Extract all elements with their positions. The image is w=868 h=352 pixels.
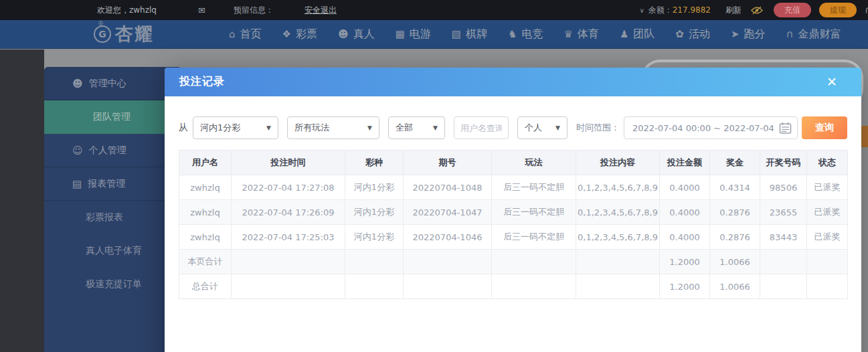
table-cell: zwhzlq bbox=[179, 200, 232, 225]
nav-label: 活动 bbox=[689, 27, 710, 41]
nav-label: 彩票 bbox=[296, 27, 317, 41]
nav-label: 体育 bbox=[578, 27, 599, 41]
car-icon: ➤ bbox=[731, 28, 740, 40]
sidebar-item-lottery-report[interactable]: 彩票报表 bbox=[44, 201, 179, 234]
nav-item-jinding-wealth[interactable]: ∩金鼎财富 bbox=[786, 27, 841, 41]
nav-item-team[interactable]: ♟团队 bbox=[620, 27, 655, 41]
support-headset-icon[interactable]: ∩ bbox=[865, 4, 868, 16]
table-row: zwhzlq 2022-07-04 17:26:09 河内1分彩 2022070… bbox=[179, 200, 848, 225]
top-bar: 欢迎您，zwhzlq ✉ 预留信息： 安全退出 ∨ 余额： 217.9882 刷… bbox=[0, 0, 868, 20]
refresh-link[interactable]: 刷新 bbox=[725, 5, 742, 16]
brand-name: 杏耀 bbox=[115, 22, 154, 46]
withdraw-button[interactable]: 提现 bbox=[819, 3, 857, 17]
person-select[interactable]: 个人▼ bbox=[517, 116, 568, 139]
sidebar-item-label: 极速充提订单 bbox=[86, 278, 142, 290]
floating-tab-fragment[interactable] bbox=[861, 126, 868, 147]
mail-icon[interactable]: ✉ bbox=[198, 5, 205, 15]
sidebar-item-personal-management[interactable]: ☺个人管理 bbox=[44, 134, 179, 167]
nav-label: 电游 bbox=[410, 27, 431, 41]
select-value: 全部 bbox=[396, 122, 413, 134]
table-cell: 1.0066 bbox=[710, 274, 760, 299]
sidebar-item-management-center[interactable]: ☻管理中心 bbox=[44, 67, 179, 100]
status-cell: 已派奖 bbox=[807, 200, 848, 225]
table-cell: 河内1分彩 bbox=[345, 225, 404, 250]
logout-link[interactable]: 安全退出 bbox=[305, 5, 337, 16]
trophy-icon: ♛ bbox=[563, 28, 572, 40]
time-range-input[interactable] bbox=[632, 123, 775, 133]
table-header-row: 用户名 投注时间 彩种 期号 玩法 投注内容 投注金额 奖金 开奖号码 状态 bbox=[179, 151, 848, 175]
table-cell bbox=[492, 274, 576, 299]
col-header-play: 玩法 bbox=[492, 151, 576, 175]
brand-logo[interactable]: ♔G 杏耀 bbox=[94, 22, 154, 46]
nav-item-sports[interactable]: ♛体育 bbox=[563, 27, 598, 41]
sidebar-item-live-electronic-sports[interactable]: 真人电子体育 bbox=[44, 234, 179, 268]
balance-label: 余额： bbox=[648, 5, 673, 16]
sidebar-item-label: 团队管理 bbox=[93, 111, 131, 123]
table-cell: 20220704-1046 bbox=[404, 225, 492, 250]
gamepad-icon: ♞ bbox=[508, 28, 517, 40]
chevron-down-icon[interactable]: ∨ bbox=[639, 7, 644, 14]
page-root: 欢迎您，zwhzlq ✉ 预留信息： 安全退出 ∨ 余额： 217.9882 刷… bbox=[0, 0, 868, 352]
table-cell bbox=[760, 250, 807, 274]
table-cell: 23655 bbox=[760, 200, 807, 225]
sidebar-item-label: 真人电子体育 bbox=[86, 245, 142, 257]
from-label: 从 bbox=[179, 122, 188, 134]
home-icon: ⌂ bbox=[229, 28, 236, 40]
nav-item-paofen[interactable]: ➤跑分 bbox=[731, 27, 766, 41]
table-cell: 83443 bbox=[760, 225, 807, 250]
col-header-prize: 奖金 bbox=[710, 151, 760, 175]
play-type-select[interactable]: 所有玩法▼ bbox=[287, 116, 379, 139]
eye-slash-icon[interactable] bbox=[751, 6, 763, 15]
nav-item-esports[interactable]: ♞电竞 bbox=[508, 27, 543, 41]
calendar-icon[interactable] bbox=[779, 122, 792, 135]
table-cell: 后三一码不定胆 bbox=[492, 225, 576, 250]
select-arrow-icon: ▼ bbox=[426, 124, 438, 131]
nav-label: 棋牌 bbox=[466, 27, 487, 41]
document-icon: ▤ bbox=[72, 178, 82, 190]
nav-item-egames[interactable]: ▦电游 bbox=[396, 27, 431, 41]
person-icon: ☻ bbox=[338, 28, 349, 40]
table-cell bbox=[232, 250, 345, 274]
sidebar-item-fast-deposit-withdraw-orders[interactable]: 极速充提订单 bbox=[44, 268, 179, 301]
table-cell bbox=[404, 250, 492, 274]
table-cell: 0,1,2,3,4,5,6,7,8,9 bbox=[576, 225, 660, 250]
nav-item-lottery[interactable]: ❖彩票 bbox=[282, 27, 317, 41]
nav-item-home[interactable]: ⌂首页 bbox=[229, 27, 262, 41]
table-cell: 河内1分彩 bbox=[345, 200, 404, 225]
nav-label: 真人 bbox=[353, 27, 375, 41]
table-cell: 98506 bbox=[760, 175, 807, 200]
nav-item-boardgames[interactable]: ▧棋牌 bbox=[452, 27, 487, 41]
search-button[interactable]: 查询 bbox=[802, 116, 847, 139]
lottery-select[interactable]: 河内1分彩▼ bbox=[193, 116, 278, 139]
table-cell bbox=[760, 274, 807, 299]
scope-select[interactable]: 全部▼ bbox=[388, 116, 445, 139]
col-header-issue: 期号 bbox=[404, 151, 492, 175]
headset-icon: ∩ bbox=[786, 28, 794, 40]
nav-label: 跑分 bbox=[744, 27, 766, 41]
nav-item-live[interactable]: ☻真人 bbox=[338, 27, 375, 41]
close-icon[interactable]: ✕ bbox=[827, 76, 837, 88]
cards-icon: ▧ bbox=[452, 28, 461, 40]
slot-machine-icon: ▦ bbox=[396, 28, 405, 40]
topbar-left-group: 欢迎您，zwhzlq ✉ 预留信息： 安全退出 bbox=[97, 5, 337, 16]
recharge-button[interactable]: 充值 bbox=[774, 3, 811, 17]
sidebar: ☻管理中心 团队管理 ☺个人管理 ▤报表管理 彩票报表 真人电子体育 极速充提订… bbox=[44, 67, 179, 352]
col-header-bet-amount: 投注金额 bbox=[660, 151, 710, 175]
col-header-lottery: 彩种 bbox=[345, 151, 404, 175]
col-header-status: 状态 bbox=[807, 151, 848, 175]
table-cell bbox=[807, 250, 848, 274]
sidebar-item-team-management[interactable]: 团队管理 bbox=[44, 100, 179, 134]
table-cell: zwhzlq bbox=[179, 225, 232, 250]
topbar-right-group: ∨ 余额： 217.9882 刷新 充值 提现 ∩ bbox=[639, 3, 868, 17]
sidebar-item-label: 报表管理 bbox=[88, 178, 125, 190]
nav-item-activities[interactable]: ✿活动 bbox=[675, 27, 710, 41]
status-cell: 已派奖 bbox=[807, 225, 848, 250]
select-value: 所有玩法 bbox=[294, 122, 329, 134]
sidebar-item-label: 个人管理 bbox=[89, 145, 126, 157]
username-search-input[interactable] bbox=[454, 116, 509, 139]
sidebar-item-report-management[interactable]: ▤报表管理 bbox=[44, 167, 179, 201]
table-cell: 总合计 bbox=[179, 274, 232, 299]
balance-value: 217.9882 bbox=[673, 5, 711, 15]
person-icon: ☺ bbox=[72, 145, 83, 157]
col-header-bet-content: 投注内容 bbox=[576, 151, 660, 175]
